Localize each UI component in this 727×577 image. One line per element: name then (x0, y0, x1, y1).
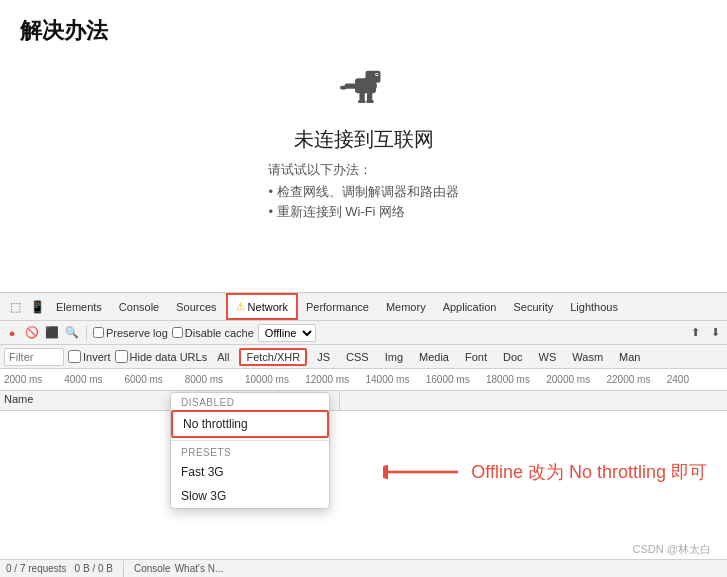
annotation-area: Offline 改为 No throttling 即可 (383, 457, 707, 487)
filter-js-btn[interactable]: JS (311, 349, 336, 365)
timeline-labels: 2000 ms 4000 ms 6000 ms 8000 ms 10000 ms… (0, 374, 727, 385)
tab-security[interactable]: Security (505, 293, 562, 320)
tab-network[interactable]: ⚠ Network (226, 293, 298, 320)
tab-sources[interactable]: Sources (168, 293, 225, 320)
timeline-label-5: 12000 ms (305, 374, 365, 385)
timeline-label-6: 14000 ms (366, 374, 426, 385)
timeline-label-9: 20000 ms (546, 374, 606, 385)
svg-rect-6 (340, 86, 347, 90)
fast-3g-option[interactable]: Fast 3G (171, 460, 329, 484)
hide-data-urls-label[interactable]: Hide data URLs (115, 350, 208, 363)
suggestions-list: 检查网线、调制解调器和路由器 重新连接到 Wi-Fi 网络 (268, 183, 458, 221)
timeline-label-7: 16000 ms (426, 374, 486, 385)
warning-triangle-icon: ⚠ (236, 301, 245, 312)
stop-button[interactable]: 🚫 (24, 325, 40, 341)
console-tab-label[interactable]: Console (134, 563, 171, 574)
browser-content: 未连接到互联网 请试试以下办法： 检查网线、调制解调器和路由器 重新连接到 Wi… (0, 54, 727, 223)
suggestion-item-0: 检查网线、调制解调器和路由器 (268, 183, 458, 201)
filter-media-btn[interactable]: Media (413, 349, 455, 365)
filter-input[interactable] (4, 348, 64, 366)
svg-rect-9 (358, 100, 366, 103)
slow-3g-option[interactable]: Slow 3G (171, 484, 329, 508)
th-rest (340, 391, 727, 410)
tab-memory[interactable]: Memory (378, 293, 435, 320)
suggestions-intro: 请试试以下办法： (268, 161, 458, 179)
timeline-label-10: 22000 ms (607, 374, 667, 385)
annotation-arrow-icon (383, 457, 463, 487)
devtools-panel: ⬚ 📱 Elements Console Sources ⚠ Network P… (0, 292, 727, 577)
device-icon[interactable]: 📱 (26, 296, 48, 318)
devtools-toolbar: ● 🚫 ⬛ 🔍 Preserve log Disable cache Offli… (0, 321, 727, 345)
svg-point-3 (376, 74, 378, 76)
annotation-text: Offline 改为 No throttling 即可 (471, 460, 707, 484)
filter-all-btn[interactable]: All (211, 349, 235, 365)
disable-cache-checkbox[interactable] (172, 327, 183, 338)
dino-icon (334, 64, 394, 114)
page-title-area: 解决办法 (0, 0, 727, 54)
separator-1 (86, 325, 87, 341)
devtools-tab-bar: ⬚ 📱 Elements Console Sources ⚠ Network P… (0, 293, 727, 321)
console-tab-area: Console What's N... (134, 563, 223, 574)
filter-fetch-xhr-btn[interactable]: Fetch/XHR (239, 348, 307, 366)
suggestion-item-1: 重新连接到 Wi-Fi 网络 (268, 203, 458, 221)
svg-rect-11 (373, 83, 377, 89)
devtools-table-header: Name Status Type (0, 391, 727, 411)
timeline-label-4: 10000 ms (245, 374, 305, 385)
preserve-log-label[interactable]: Preserve log (93, 327, 168, 339)
filter-icon[interactable]: ⬛ (44, 325, 60, 341)
no-throttling-option[interactable]: No throttling (171, 410, 329, 438)
tab-lighthouse[interactable]: Lighthous (562, 293, 627, 320)
disabled-section-label: Disabled (171, 393, 329, 410)
dropdown-separator (171, 440, 329, 441)
svg-rect-10 (366, 100, 374, 103)
tab-console[interactable]: Console (111, 293, 168, 320)
filter-img-btn[interactable]: Img (379, 349, 409, 365)
tab-elements[interactable]: Elements (48, 293, 111, 320)
error-title: 未连接到互联网 (294, 126, 434, 153)
filter-font-btn[interactable]: Font (459, 349, 493, 365)
watermark: CSDN @林太白 (633, 542, 711, 557)
devtools-filter-bar: Invert Hide data URLs All Fetch/XHR JS C… (0, 345, 727, 369)
timeline-label-11: 2400 (667, 374, 727, 385)
devtools-timeline: 2000 ms 4000 ms 6000 ms 8000 ms 10000 ms… (0, 369, 727, 391)
whats-new-label[interactable]: What's N... (175, 563, 224, 574)
timeline-label-8: 18000 ms (486, 374, 546, 385)
import-icon[interactable]: ⬆ (687, 325, 703, 341)
inspect-icon[interactable]: ⬚ (4, 296, 26, 318)
size-info: 0 B / 0 B (75, 563, 113, 574)
timeline-label-0: 2000 ms (4, 374, 64, 385)
filter-css-btn[interactable]: CSS (340, 349, 375, 365)
export-icon[interactable]: ⬇ (707, 325, 723, 341)
throttle-dropdown: Disabled No throttling Presets Fast 3G S… (170, 392, 330, 509)
tab-application[interactable]: Application (435, 293, 506, 320)
error-suggestions: 请试试以下办法： 检查网线、调制解调器和路由器 重新连接到 Wi-Fi 网络 (268, 161, 458, 223)
filter-ws-btn[interactable]: WS (533, 349, 563, 365)
devtools-status-bar: 0 / 7 requests 0 B / 0 B Console What's … (0, 559, 727, 577)
filter-doc-btn[interactable]: Doc (497, 349, 529, 365)
page-title: 解决办法 (20, 16, 707, 46)
tab-performance[interactable]: Performance (298, 293, 378, 320)
dino-container (334, 64, 394, 118)
filter-wasm-btn[interactable]: Wasm (566, 349, 609, 365)
preserve-log-checkbox[interactable] (93, 327, 104, 338)
search-icon[interactable]: 🔍 (64, 325, 80, 341)
disable-cache-label[interactable]: Disable cache (172, 327, 254, 339)
hide-data-urls-checkbox[interactable] (115, 350, 128, 363)
throttle-select[interactable]: Offline (258, 324, 316, 342)
invert-checkbox[interactable] (68, 350, 81, 363)
presets-section-label: Presets (171, 443, 329, 460)
filter-manifest-btn[interactable]: Man (613, 349, 646, 365)
requests-count: 0 / 7 requests (6, 563, 67, 574)
svg-rect-4 (364, 78, 372, 84)
timeline-label-2: 6000 ms (125, 374, 185, 385)
timeline-label-3: 8000 ms (185, 374, 245, 385)
status-separator (123, 561, 124, 577)
record-button[interactable]: ● (4, 325, 20, 341)
invert-label[interactable]: Invert (68, 350, 111, 363)
timeline-label-1: 4000 ms (64, 374, 124, 385)
